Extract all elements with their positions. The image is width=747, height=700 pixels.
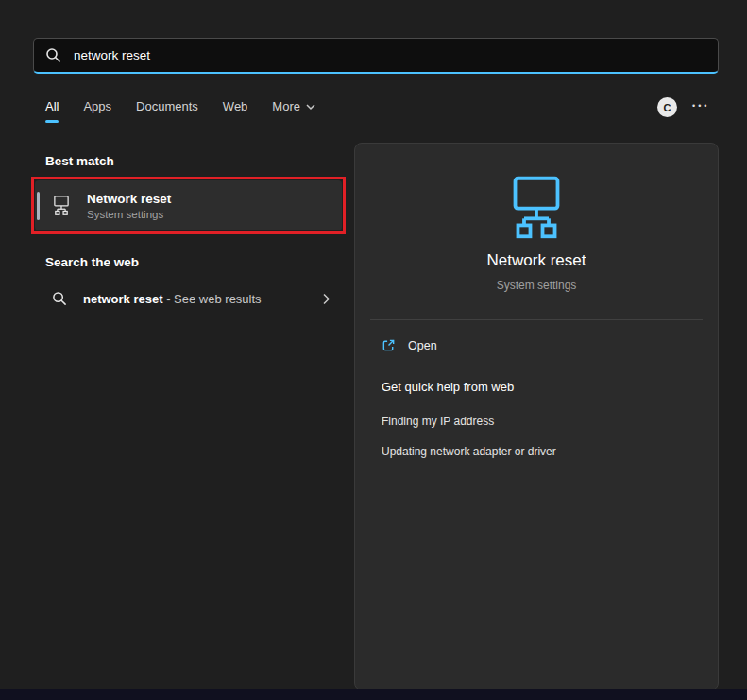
search-icon — [52, 291, 67, 306]
search-the-web-heading: Search the web — [45, 255, 139, 269]
open-external-icon — [382, 338, 396, 352]
best-match-result[interactable]: Network reset System settings — [35, 180, 342, 230]
search-icon — [45, 47, 61, 63]
help-link-updating-adapter[interactable]: Updating network adapter or driver — [382, 445, 556, 458]
chevron-down-icon — [306, 102, 315, 111]
preview-title: Network reset — [355, 251, 718, 270]
help-link-finding-ip[interactable]: Finding my IP address — [382, 415, 494, 428]
open-action[interactable]: Open — [382, 338, 437, 352]
divider — [370, 319, 703, 320]
search-input[interactable] — [72, 47, 706, 63]
preview-panel: Network reset System settings Open Get q… — [354, 143, 719, 691]
web-result-suffix: - See web results — [163, 292, 262, 306]
best-match-title: Network reset — [87, 192, 171, 206]
web-result-text: network reset - See web results — [83, 292, 262, 306]
web-result-query: network reset — [83, 292, 163, 306]
tab-more[interactable]: More — [272, 99, 315, 123]
search-flyout: All Apps Documents Web More C ••• Best m… — [0, 0, 747, 700]
chevron-right-icon — [322, 293, 331, 305]
tab-documents[interactable]: Documents — [136, 99, 198, 123]
user-avatar[interactable]: C — [657, 97, 677, 117]
search-box[interactable] — [33, 38, 719, 74]
network-reset-icon — [50, 195, 73, 216]
tab-apps[interactable]: Apps — [83, 99, 111, 123]
web-search-result[interactable]: network reset - See web results — [35, 280, 342, 317]
filter-tabs: All Apps Documents Web More — [45, 99, 315, 123]
tab-all[interactable]: All — [45, 99, 59, 123]
selection-indicator — [37, 192, 40, 220]
more-options-button[interactable]: ••• — [692, 101, 709, 111]
tab-more-label: More — [272, 99, 300, 113]
taskbar-strip — [0, 689, 747, 700]
quick-help-heading: Get quick help from web — [382, 380, 514, 394]
open-label: Open — [408, 339, 437, 352]
best-match-heading: Best match — [45, 154, 114, 168]
tab-web[interactable]: Web — [223, 99, 248, 123]
preview-subtitle: System settings — [355, 279, 718, 292]
network-reset-large-icon — [501, 174, 572, 245]
best-match-text: Network reset System settings — [87, 192, 171, 220]
best-match-subtitle: System settings — [87, 209, 171, 220]
